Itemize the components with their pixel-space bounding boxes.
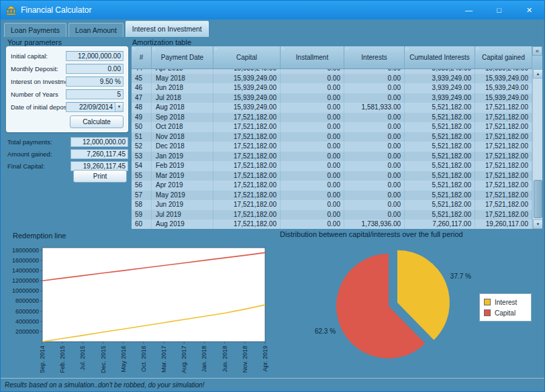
table-row[interactable]: 47Jul 201815,939,249.000.000.003,939,249… (132, 93, 532, 103)
parameter-row: Initial capital:12,000,000.00 (9, 50, 125, 63)
table-cell: 0.00 (281, 74, 344, 84)
table-cell: Aug 2019 (152, 219, 213, 229)
number-of-years-input[interactable]: 5 (66, 89, 123, 99)
table-row[interactable]: 51Nov 201817,521,182.000.000.005,521,182… (132, 132, 532, 142)
table-row[interactable]: 54Feb 201917,521,182.000.000.005,521,182… (132, 161, 532, 171)
table-cell: May 2018 (152, 74, 213, 84)
column-header-capital-gained[interactable]: ◇Capital gained (475, 46, 532, 69)
table-row[interactable]: 58Jun 201917,521,182.000.000.005,521,182… (132, 200, 532, 210)
table-scrollbar[interactable]: ▲ ▼ (532, 69, 542, 229)
scrollbar-thumb[interactable] (534, 180, 542, 218)
table-cell: Dec 2018 (152, 142, 213, 152)
tab-loan-amount[interactable]: Loan Amount (68, 23, 123, 37)
table-cell: 0.00 (344, 83, 405, 93)
main-content: Your parameters Initial capital:12,000,0… (1, 37, 545, 379)
column-header-interests[interactable]: ◇Interests (344, 46, 405, 69)
table-cell: Aug 2018 (152, 103, 213, 113)
table-row[interactable]: 50Oct 201817,521,182.000.000.005,521,182… (132, 122, 532, 132)
svg-text:16000000: 16000000 (12, 257, 39, 264)
print-button[interactable]: Print (73, 170, 127, 183)
column-header-payment-date[interactable]: ◇Payment Date (152, 46, 213, 69)
table-cell: 15,939,249.00 (213, 103, 281, 113)
minimize-button[interactable]: — (454, 1, 484, 19)
table-cell: 0.00 (281, 83, 344, 93)
dropdown-arrow-icon[interactable]: ▼ (115, 103, 123, 111)
table-cell: Jun 2019 (152, 200, 213, 210)
svg-text:Sep. 2014: Sep. 2014 (39, 346, 46, 373)
maximize-button[interactable]: □ (484, 1, 514, 19)
table-row[interactable]: 59Jul 201917,521,182.000.000.005,521,182… (132, 210, 532, 220)
table-cell: 60 (132, 219, 152, 229)
column-header-[interactable]: ◇# (132, 46, 152, 69)
redemption-line-chart: 2000000400000060000008000000100000001200… (5, 240, 275, 378)
table-cell: 0.00 (344, 152, 405, 162)
column-header-installment[interactable]: ◇Installment (281, 46, 344, 69)
result-row: Amount gained:7,260,117.45 (6, 148, 128, 160)
pie-chart-title: Distribution between capital/interests o… (280, 230, 463, 238)
close-button[interactable]: ✕ (514, 1, 544, 19)
table-cell: 17,521,182.00 (213, 152, 281, 162)
table-cell: 5,521,182.00 (405, 161, 475, 171)
table-cell: 17,521,182.00 (475, 122, 532, 132)
status-text: Results based on a simulation..don't be … (5, 381, 205, 389)
svg-text:Nov. 2018: Nov. 2018 (242, 346, 248, 373)
svg-text:10000000: 10000000 (12, 287, 39, 294)
table-cell: 0.00 (344, 200, 405, 210)
sort-diamond-icon: ◇ (214, 46, 217, 51)
table-cell: 17,521,182.00 (213, 142, 281, 152)
initial-capital-input[interactable]: 12,000,000.00 (66, 51, 123, 61)
parameter-row: Monthly Deposit:0.00 (9, 63, 125, 76)
table-row[interactable]: 60Aug 201917,521,182.000.001,738,936.007… (132, 219, 532, 229)
table-cell: 17,521,182.00 (213, 171, 281, 181)
table-row[interactable]: 49Sep 201817,521,182.000.000.005,521,182… (132, 113, 532, 123)
table-cell: 0.00 (344, 191, 405, 201)
table-cell: 15,939,249.00 (475, 83, 532, 93)
table-cell: 19,260,117.00 (475, 219, 532, 229)
title-bar[interactable]: Financial Calculator — □ ✕ (1, 1, 544, 19)
table-cell: 0.00 (344, 142, 405, 152)
monthly-deposit-input[interactable]: 0.00 (66, 64, 123, 74)
amount-gained-value: 7,260,117.45 (70, 149, 128, 159)
table-row[interactable]: 45May 201815,939,249.000.000.003,939,249… (132, 74, 532, 84)
legend-swatch-capital (484, 309, 491, 316)
table-cell: 0.00 (281, 113, 344, 123)
sort-diamond-icon: ◇ (152, 46, 156, 51)
table-row[interactable]: 52Dec 201817,521,182.000.000.005,521,182… (132, 142, 532, 152)
scroll-down-button[interactable]: ▼ (533, 219, 542, 229)
legend-swatch-interest (484, 299, 491, 305)
tab-bar: Loan PaymentsLoan AmountInterest on Inve… (1, 19, 544, 37)
table-cell: 0.00 (281, 181, 344, 191)
table-cell: Mar 2019 (152, 171, 213, 181)
calculate-button[interactable]: Calculate (70, 115, 123, 128)
table-row[interactable]: 46Jun 201815,939,249.000.000.003,939,249… (132, 83, 532, 93)
svg-text:6000000: 6000000 (15, 308, 39, 315)
pie-legend: InterestCapital (479, 293, 532, 322)
table-cell: 5,521,182.00 (405, 171, 475, 181)
table-cell: Apr 2019 (152, 181, 213, 191)
table-cell: 17,521,182.00 (213, 181, 281, 191)
scroll-up-button[interactable]: ▲ (533, 69, 542, 79)
date-of-initial-deposit-input[interactable]: 22/09/2014▼ (66, 102, 123, 112)
collapse-columns-button[interactable]: « (532, 46, 542, 56)
table-cell: 1,738,936.00 (344, 219, 405, 229)
tab-loan-payments[interactable]: Loan Payments (4, 23, 66, 37)
column-header-cumulated-interests[interactable]: ◇Cumulated Interests (405, 46, 475, 69)
table-cell: 17,521,182.00 (213, 113, 281, 123)
column-header-capital[interactable]: ◇Capital (213, 46, 281, 69)
table-row[interactable]: 55Mar 201917,521,182.000.000.005,521,182… (132, 171, 532, 181)
table-row[interactable]: 48Aug 201815,939,249.000.001,581,933.005… (132, 103, 532, 113)
table-row[interactable]: 57May 201917,521,182.000.000.005,521,182… (132, 191, 532, 201)
svg-text:May 2016: May 2016 (120, 346, 127, 373)
table-cell: 17,521,182.00 (475, 103, 532, 113)
table-row[interactable]: 56Apr 201917,521,182.000.000.005,521,182… (132, 181, 532, 191)
table-cell: 47 (132, 93, 152, 103)
table-cell: 0.00 (281, 142, 344, 152)
table-cell: 3,939,249.00 (405, 74, 475, 84)
table-row[interactable]: 53Jan 201917,521,182.000.000.005,521,182… (132, 152, 532, 162)
interest-on-investment-input[interactable]: 9.50 % (66, 77, 123, 87)
table-cell: Feb 2019 (152, 161, 213, 171)
tab-interest-on-investment[interactable]: Interest on Investment (126, 21, 209, 37)
table-cell: 17,521,182.00 (475, 142, 532, 152)
table-cell: 3,939,249.00 (405, 93, 475, 103)
table-cell: 17,521,182.00 (213, 200, 281, 210)
